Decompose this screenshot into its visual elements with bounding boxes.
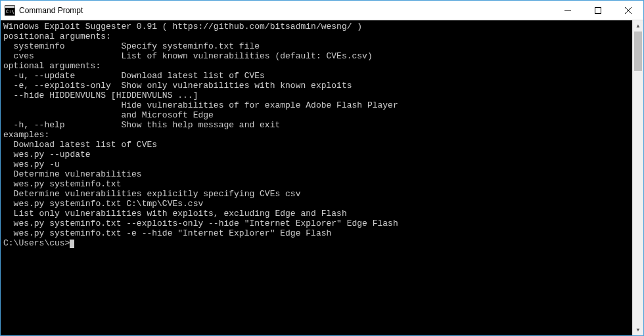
terminal-wrap: Windows Exploit Suggester 0.91 ( https:/… — [1, 20, 643, 335]
scroll-thumb[interactable] — [634, 32, 642, 71]
terminal-line: wes.py systeminfo.txt C:\tmp\CVEs.csv — [3, 199, 630, 209]
terminal-line: cves List of known vulnerabilities (defa… — [3, 51, 630, 61]
terminal-line: Determine vulnerabilities — [3, 169, 630, 179]
svg-rect-4 — [595, 7, 601, 13]
cursor — [70, 240, 74, 248]
terminal-line: List only vulnerabilities with exploits,… — [3, 209, 630, 219]
prompt-line[interactable]: C:\Users\cus> — [3, 238, 630, 248]
terminal-line: positional arguments: — [3, 32, 630, 41]
svg-rect-1 — [5, 6, 14, 8]
terminal-line: -e, --exploits-only Show only vulnerabil… — [3, 81, 630, 91]
terminal-line: examples: — [3, 130, 630, 140]
terminal-line: wes.py systeminfo.txt — [3, 179, 630, 189]
terminal-line: optional arguments: — [3, 61, 630, 71]
terminal-line: wes.py --update — [3, 150, 630, 159]
terminal-line: Determine vulnerabilities explicitly spe… — [3, 189, 630, 199]
prompt-text: C:\Users\cus> — [3, 238, 70, 248]
terminal-line: wes.py -u — [3, 159, 630, 169]
svg-text:C:\: C:\ — [6, 9, 14, 14]
terminal-line: wes.py systeminfo.txt -e --hide "Interne… — [3, 228, 630, 238]
terminal-line: wes.py systeminfo.txt --exploits-only --… — [3, 219, 630, 228]
close-button[interactable] — [613, 1, 643, 20]
terminal-line: --hide HIDDENVULNS [HIDDENVULNS ...] — [3, 91, 630, 100]
titlebar[interactable]: C:\ Command Prompt — [1, 1, 643, 20]
cmd-icon: C:\ — [5, 5, 15, 16]
terminal-line: Hide vulnerabilities of for example Adob… — [3, 100, 630, 110]
terminal-line: -h, --help Show this help message and ex… — [3, 120, 630, 130]
window-controls — [553, 1, 643, 20]
scrollbar[interactable]: ▲ ▼ — [632, 20, 643, 335]
terminal[interactable]: Windows Exploit Suggester 0.91 ( https:/… — [1, 20, 632, 335]
terminal-line: Download latest list of CVEs — [3, 140, 630, 150]
scroll-up-arrow[interactable]: ▲ — [633, 20, 643, 32]
terminal-line: Windows Exploit Suggester 0.91 ( https:/… — [3, 22, 630, 32]
terminal-line: -u, --update Download latest list of CVE… — [3, 71, 630, 81]
scroll-down-arrow[interactable]: ▼ — [633, 324, 643, 335]
terminal-line: and Microsoft Edge — [3, 110, 630, 120]
maximize-button[interactable] — [583, 1, 613, 20]
minimize-button[interactable] — [553, 1, 583, 20]
window-title: Command Prompt — [19, 6, 553, 15]
terminal-line: systeminfo Specify systeminfo.txt file — [3, 41, 630, 51]
